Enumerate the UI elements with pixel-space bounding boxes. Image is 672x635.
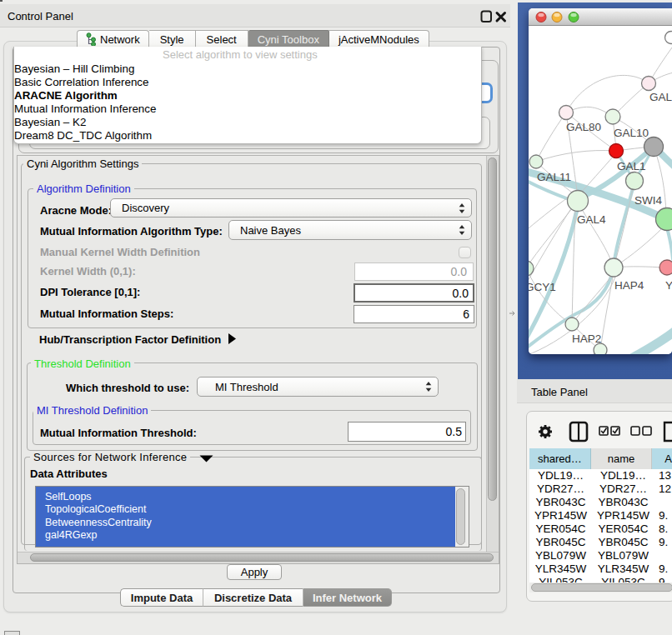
svg-text:HAP2: HAP2 (572, 332, 601, 345)
svg-text:GAL4: GAL4 (577, 213, 606, 226)
svg-text:HAP4: HAP4 (614, 279, 644, 292)
svg-text:GAL2: GAL2 (649, 91, 672, 103)
svg-text:SWI4: SWI4 (634, 194, 662, 207)
svg-text:GAL11: GAL11 (537, 171, 571, 183)
svg-text:GAL10: GAL10 (614, 127, 649, 139)
svg-text:YE: YE (665, 279, 672, 292)
svg-text:GCY1: GCY1 (529, 281, 556, 293)
svg-text:GAL80: GAL80 (566, 121, 601, 133)
svg-text:GAL1: GAL1 (617, 160, 646, 172)
